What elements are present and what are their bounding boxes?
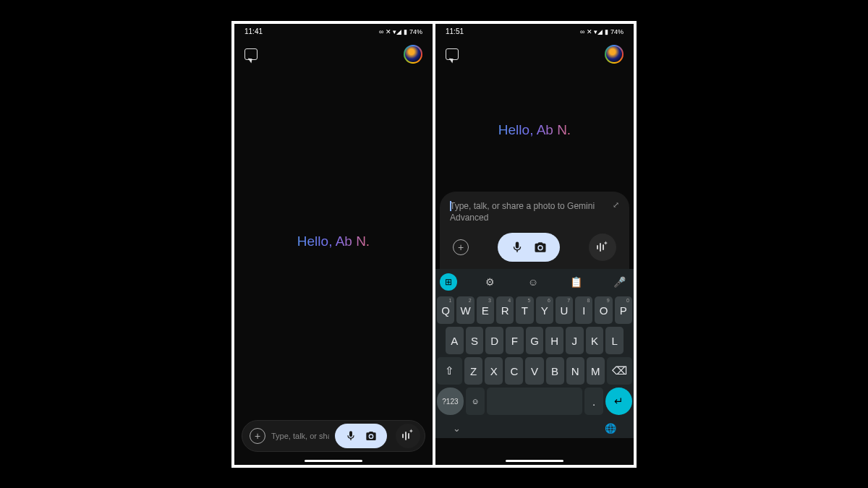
camera-icon[interactable] [365, 430, 377, 442]
key-l[interactable]: L [605, 327, 624, 354]
grid-tool-icon[interactable]: ⊞ [440, 273, 457, 291]
key-t[interactable]: T5 [516, 296, 533, 324]
mic-icon[interactable] [345, 430, 357, 442]
key-row-4: ?123 ☺ . ↵ [437, 388, 632, 415]
key-f[interactable]: F [506, 327, 524, 354]
status-bar: 11:51 ∞ ✕ ▾◢ ▮ 74% [435, 24, 634, 40]
key-j[interactable]: J [566, 327, 584, 354]
phone-screen-2: 11:51 ∞ ✕ ▾◢ ▮ 74% Hello, Ab N. Type, ta… [435, 24, 634, 465]
status-bar: 11:41 ∞ ✕ ▾◢ ▮ 74% [234, 24, 433, 40]
nav-handle[interactable] [305, 460, 362, 462]
camera-icon[interactable] [534, 241, 547, 254]
sparkle-icon: ✦ [409, 428, 414, 435]
add-button[interactable]: + [453, 239, 469, 255]
keyboard-bottom-bar: ⌄ 🌐 [435, 418, 634, 438]
key-x[interactable]: X [485, 357, 503, 385]
battery-percent: 74% [409, 28, 422, 35]
voice-input-icon[interactable]: 🎤 [609, 272, 629, 292]
key-v[interactable]: V [525, 357, 543, 385]
content-area: Hello, Ab N. Type, talk, or share a phot… [435, 69, 634, 465]
add-button[interactable]: + [250, 428, 265, 444]
mic-camera-pill [498, 233, 560, 262]
key-c[interactable]: C [505, 357, 523, 385]
key-row-2: ASDFGHJKL [437, 327, 632, 354]
mic-camera-pill [335, 424, 387, 448]
status-indicators: ∞ ✕ ▾◢ ▮ 74% [580, 28, 624, 35]
key-e[interactable]: E3 [477, 296, 494, 324]
keyboard-rows: Q1W2E3R4T5Y6U7I8O9P0 ASDFGHJKL ⇧ZXCVBNM⌫… [435, 295, 634, 415]
chat-history-icon[interactable] [244, 48, 258, 60]
profile-avatar[interactable] [404, 45, 422, 64]
key-n[interactable]: N [566, 357, 584, 385]
live-audio-button[interactable]: ✦ [396, 424, 420, 448]
globe-icon[interactable]: 🌐 [605, 423, 616, 434]
key-s[interactable]: S [466, 327, 484, 354]
key-b[interactable]: B [546, 357, 564, 385]
status-indicators: ∞ ✕ ▾◢ ▮ 74% [379, 28, 422, 35]
clipboard-icon[interactable]: 📋 [566, 272, 587, 292]
text-input[interactable]: Type, talk, or share... [271, 432, 329, 440]
nav-handle[interactable] [506, 460, 563, 462]
status-icons: ∞ ✕ ▾◢ ▮ [580, 28, 608, 35]
app-top-bar [234, 40, 433, 69]
keyboard-toolbar: ⊞ ⚙ ☺ 📋 🎤 [435, 269, 634, 295]
status-time: 11:51 [446, 27, 464, 35]
key-g[interactable]: G [526, 327, 544, 354]
period-key[interactable]: . [584, 388, 603, 415]
phone-screen-1: 11:41 ∞ ✕ ▾◢ ▮ 74% Hello, Ab N. + Type, … [234, 24, 433, 465]
input-pill[interactable]: + Type, talk, or share... ✦ [242, 420, 425, 452]
key-o[interactable]: O9 [595, 296, 612, 324]
backspace-key[interactable]: ⌫ [607, 357, 632, 385]
key-row-3: ⇧ZXCVBNM⌫ [437, 357, 632, 385]
emoji-key[interactable]: ☺ [466, 388, 485, 415]
key-row-1: Q1W2E3R4T5Y6U7I8O9P0 [437, 296, 632, 324]
status-time: 11:41 [244, 27, 263, 35]
text-input[interactable]: Type, talk, or share a photo to Gemini A… [450, 200, 608, 225]
key-d[interactable]: D [485, 327, 503, 354]
key-a[interactable]: A [446, 327, 464, 354]
profile-avatar[interactable] [605, 45, 624, 64]
collapse-keyboard-icon[interactable]: ⌄ [453, 423, 461, 434]
key-y[interactable]: Y6 [536, 296, 553, 324]
key-p[interactable]: P0 [615, 296, 632, 324]
text-cursor [450, 201, 451, 211]
greeting-text: Hello, Ab N. [498, 122, 571, 138]
greeting-text: Hello, Ab N. [297, 234, 370, 249]
chat-history-icon[interactable] [446, 48, 459, 60]
key-k[interactable]: K [586, 327, 604, 354]
expanded-input-panel: Type, talk, or share a photo to Gemini A… [440, 192, 629, 270]
emoji-tool-icon[interactable]: ☺ [523, 272, 543, 292]
settings-gear-icon[interactable]: ⚙ [480, 272, 501, 292]
comparison-frame: 11:41 ∞ ✕ ▾◢ ▮ 74% Hello, Ab N. + Type, … [231, 21, 637, 468]
key-i[interactable]: I8 [575, 296, 592, 324]
expand-icon[interactable]: ⤢ [613, 200, 619, 210]
key-z[interactable]: Z [464, 357, 482, 385]
input-dock: + Type, talk, or share... ✦ [234, 414, 433, 465]
sparkle-icon: ✦ [603, 240, 608, 247]
battery-percent: 74% [610, 28, 624, 35]
status-icons: ∞ ✕ ▾◢ ▮ [379, 28, 407, 35]
greeting-area: Hello, Ab N. [234, 69, 433, 414]
on-screen-keyboard: ⊞ ⚙ ☺ 📋 🎤 Q1W2E3R4T5Y6U7I8O9P0 ASDFGHJKL… [435, 269, 634, 438]
key-h[interactable]: H [545, 327, 563, 354]
mic-icon[interactable] [511, 241, 524, 254]
space-key[interactable] [487, 388, 582, 415]
enter-key[interactable]: ↵ [605, 388, 632, 415]
live-audio-button[interactable]: ✦ [589, 234, 616, 261]
key-w[interactable]: W2 [456, 296, 474, 324]
key-u[interactable]: U7 [556, 296, 573, 324]
shift-key[interactable]: ⇧ [437, 357, 462, 385]
greeting-area: Hello, Ab N. [435, 69, 634, 192]
key-r[interactable]: R4 [496, 296, 514, 324]
app-top-bar [435, 40, 634, 69]
key-m[interactable]: M [587, 357, 605, 385]
key-q[interactable]: Q1 [437, 296, 454, 324]
symbols-key[interactable]: ?123 [437, 388, 464, 415]
